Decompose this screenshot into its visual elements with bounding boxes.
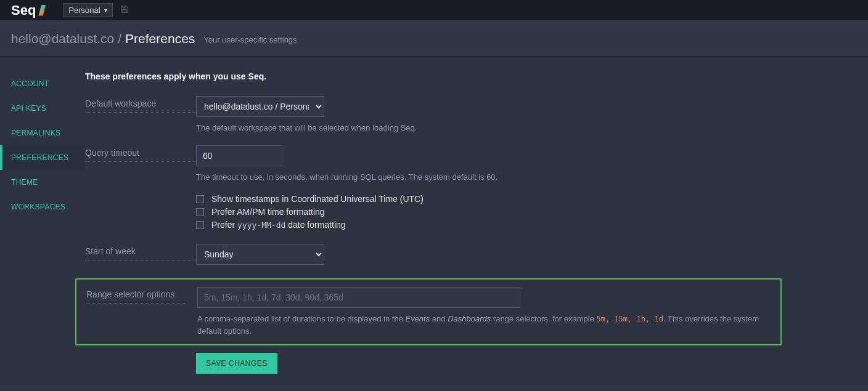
sidebar: ACCOUNT API KEYS PERMALINKS PREFERENCES …: [0, 57, 85, 385]
workspace-label: Personal: [68, 6, 100, 15]
query-timeout-input[interactable]: [196, 145, 282, 166]
sidebar-item-permalinks[interactable]: PERMALINKS: [0, 121, 85, 145]
row-default-workspace: Default workspace hello@datalust.co / Pe…: [85, 96, 868, 134]
sidebar-item-workspaces[interactable]: WORKSPACES: [0, 195, 85, 219]
range-selector-input[interactable]: [197, 287, 520, 308]
chevron-down-icon: ▾: [104, 7, 107, 14]
label-default-workspace: Default workspace: [85, 96, 196, 113]
row-query-timeout: Query timeout The timeout to use, in sec…: [85, 145, 868, 183]
label-query-timeout: Query timeout: [85, 145, 196, 162]
breadcrumb-separator: /: [118, 31, 121, 46]
checkbox-ampm-label: Prefer AM/PM time formatting: [211, 207, 325, 217]
checkbox-ymd[interactable]: [196, 221, 204, 229]
page-subtitle: Your user-specific settings: [203, 35, 297, 44]
row-range-selector-highlight: Range selector options A comma-separated…: [75, 278, 782, 345]
breadcrumb-user: hello@datalust.co: [11, 31, 114, 46]
label-range-selector: Range selector options: [86, 287, 187, 304]
checkbox-row-ymd: Prefer yyyy-MM-dd date formatting: [196, 220, 868, 230]
help-default-workspace: The default workspace that will be selec…: [196, 122, 868, 134]
topbar: Seq Personal ▾: [0, 0, 868, 20]
checkbox-ampm[interactable]: [196, 208, 204, 216]
page-header: hello@datalust.co / Preferences Your use…: [0, 20, 868, 57]
app-logo[interactable]: Seq: [11, 2, 46, 18]
help-range-selector: A comma-separated list of durations to b…: [197, 313, 772, 337]
checkbox-row-ampm: Prefer AM/PM time formatting: [196, 207, 868, 217]
content-panel: These preferences apply when you use Seq…: [85, 57, 868, 385]
checkbox-utc-label: Show timestamps in Coordinated Universal…: [211, 194, 424, 204]
save-changes-button[interactable]: SAVE CHANGES: [196, 353, 277, 374]
sidebar-item-account[interactable]: ACCOUNT: [0, 71, 85, 96]
logo-text: Seq: [11, 2, 36, 18]
checkbox-utc[interactable]: [196, 195, 204, 203]
sidebar-item-preferences[interactable]: PREFERENCES: [0, 145, 85, 170]
save-disk-icon[interactable]: [120, 5, 129, 15]
default-workspace-select[interactable]: hello@datalust.co / Personal: [196, 96, 324, 117]
intro-text: These preferences apply when you use Seq…: [85, 71, 868, 81]
row-start-of-week: Start of week Sunday: [85, 244, 868, 265]
sidebar-item-theme[interactable]: THEME: [0, 170, 85, 195]
workspace-dropdown[interactable]: Personal ▾: [63, 3, 112, 17]
label-start-of-week: Start of week: [85, 244, 196, 260]
start-of-week-select[interactable]: Sunday: [196, 244, 324, 265]
help-query-timeout: The timeout to use, in seconds, when run…: [196, 171, 868, 183]
checkbox-ymd-label: Prefer yyyy-MM-dd date formatting: [211, 220, 346, 230]
row-save: SAVE CHANGES: [85, 353, 868, 374]
logo-mark-icon: [38, 5, 46, 16]
checkbox-row-utc: Show timestamps in Coordinated Universal…: [196, 194, 868, 204]
page-title: Preferences: [125, 31, 195, 46]
row-checkboxes: Show timestamps in Coordinated Universal…: [85, 194, 868, 233]
sidebar-item-api-keys[interactable]: API KEYS: [0, 96, 85, 121]
main-area: ACCOUNT API KEYS PERMALINKS PREFERENCES …: [0, 57, 868, 385]
